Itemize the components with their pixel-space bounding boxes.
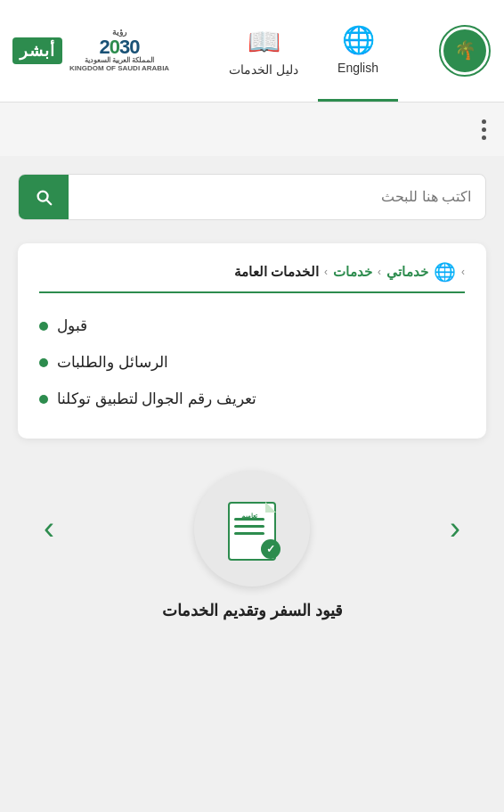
english-nav-label: English bbox=[337, 61, 378, 75]
header-navigation: 🌐 English 📖 دليل الخدمات bbox=[209, 0, 398, 102]
government-logo: 🌴 bbox=[426, 0, 504, 102]
vision-2030-badge: رؤية 2030 المملكة العربية السعوديةKINGDO… bbox=[69, 29, 169, 72]
list-item-tawakkalna-label: تعريف رقم الجوال لتطبيق توكلنا bbox=[57, 390, 256, 408]
search-button[interactable] bbox=[19, 175, 69, 219]
list-item-qubool-label: قبول bbox=[57, 316, 87, 335]
breadcrumb-chevron-start: › bbox=[461, 266, 465, 278]
doc-line-3 bbox=[234, 532, 264, 535]
service-guide-nav-item[interactable]: 📖 دليل الخدمات bbox=[209, 0, 318, 102]
breadcrumb-item-current: الخدمات العامة bbox=[234, 264, 319, 280]
search-input[interactable] bbox=[69, 189, 485, 205]
chevron-right-icon: › bbox=[44, 510, 54, 547]
menu-dots-button[interactable] bbox=[482, 119, 486, 140]
doc-check-icon: ✓ bbox=[261, 539, 280, 559]
carousel-section: ‹ تعاميم ✓ › قيود bbox=[0, 453, 504, 638]
vision-branding: رؤية 2030 المملكة العربية السعوديةKINGDO… bbox=[0, 0, 182, 102]
dot-2 bbox=[482, 127, 486, 132]
abshir-logo: أبشر bbox=[12, 37, 62, 64]
book-icon: 📖 bbox=[248, 26, 280, 57]
search-icon bbox=[34, 187, 53, 207]
list-item-messages-label: الرسائل والطلبات bbox=[57, 353, 168, 372]
breadcrumb-item-khadamat[interactable]: خدمات bbox=[333, 264, 372, 280]
doc-line-2 bbox=[234, 525, 264, 528]
english-nav-item[interactable]: 🌐 English bbox=[318, 0, 398, 102]
carousel-icon-container: تعاميم ✓ bbox=[194, 471, 310, 586]
service-guide-nav-label: دليل الخدمات bbox=[229, 62, 298, 77]
document-icon: تعاميم ✓ bbox=[225, 496, 279, 561]
service-menu-list: قبول الرسائل والطلبات تعريف رقم الجوال ل… bbox=[39, 308, 465, 417]
bullet-icon bbox=[39, 322, 48, 331]
main-header: 🌴 🌐 English 📖 دليل الخدمات رؤية 2030 الم… bbox=[0, 0, 504, 103]
chevron-left-icon: ‹ bbox=[450, 510, 460, 547]
doc-label-text: تعاميم bbox=[231, 513, 268, 520]
saudi-logo-icon: 🌴 bbox=[438, 24, 492, 78]
globe-icon: 🌐 bbox=[342, 24, 375, 55]
svg-text:🌴: 🌴 bbox=[454, 39, 476, 61]
carousel-item-label: قيود السفر وتقديم الخدمات bbox=[162, 601, 343, 620]
doc-lines bbox=[234, 518, 264, 535]
breadcrumb-chevron-2: › bbox=[324, 266, 328, 278]
vision-country: المملكة العربية السعوديةKINGDOM OF SAUDI… bbox=[69, 57, 169, 73]
carousel-next-button[interactable]: › bbox=[27, 506, 71, 551]
bullet-icon bbox=[39, 358, 48, 367]
breadcrumb-chevron-1: › bbox=[378, 266, 381, 278]
list-item-tawakkalna[interactable]: تعريف رقم الجوال لتطبيق توكلنا bbox=[39, 381, 465, 417]
bullet-icon bbox=[39, 395, 48, 404]
vision-year: 2030 bbox=[69, 37, 169, 57]
doc-fold bbox=[265, 502, 276, 513]
carousel-icon: تعاميم ✓ bbox=[216, 493, 288, 564]
main-card: › 🌐 خدماتي › خدمات › الخدمات العامة قبول… bbox=[18, 243, 486, 439]
list-item-qubool[interactable]: قبول bbox=[39, 308, 465, 344]
dot-1 bbox=[482, 119, 486, 124]
carousel-controls: ‹ تعاميم ✓ › bbox=[0, 471, 504, 586]
carousel-prev-button[interactable]: ‹ bbox=[433, 506, 477, 551]
search-section bbox=[0, 156, 504, 229]
breadcrumb-item-khadamati[interactable]: خدماتي bbox=[386, 264, 428, 280]
search-bar bbox=[18, 174, 486, 220]
breadcrumb-globe-icon: 🌐 bbox=[434, 261, 456, 283]
toolbar bbox=[0, 103, 504, 156]
breadcrumb: › 🌐 خدماتي › خدمات › الخدمات العامة bbox=[39, 261, 465, 293]
list-item-messages[interactable]: الرسائل والطلبات bbox=[39, 344, 465, 381]
dot-3 bbox=[482, 135, 486, 140]
